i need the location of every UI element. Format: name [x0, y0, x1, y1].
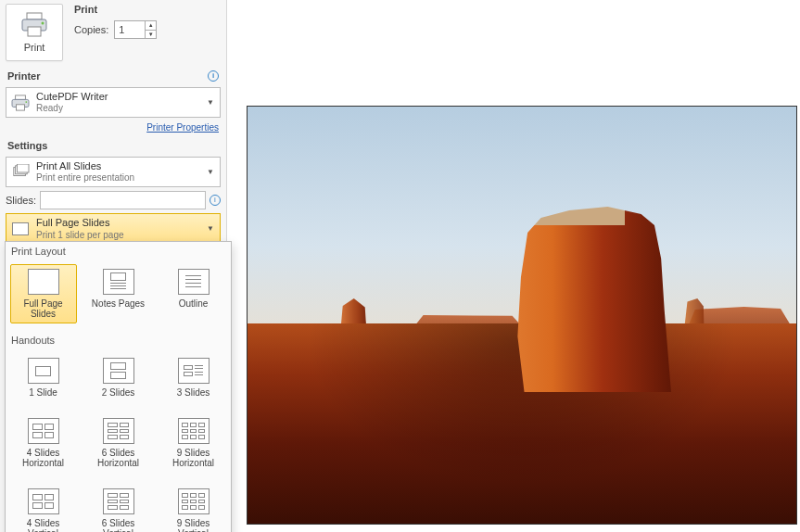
layout-item-label: 2 Slides — [102, 387, 135, 398]
layout-item-label: 6 Slides Vertical — [86, 518, 151, 532]
svg-rect-4 — [16, 95, 26, 99]
copies-value: 1 — [115, 21, 124, 38]
layout-item-label: Outline — [179, 298, 209, 309]
copies-up-button[interactable]: ▲ — [145, 21, 156, 31]
printer-heading-row: Printer i — [0, 65, 226, 85]
chevron-down-icon: ▼ — [205, 98, 216, 107]
handout-2-slides[interactable]: 2 Slides — [85, 353, 152, 402]
slides-label: Slides: — [6, 195, 36, 206]
layout-item-label: 9 Slides Horizontal — [161, 448, 226, 468]
printer-properties-row: Printer Properties — [0, 120, 226, 138]
copies-row: Copies: 1 ▲ ▼ — [74, 20, 157, 39]
layout-item-label: 4 Slides Vertical — [11, 518, 76, 532]
settings-heading-row: Settings — [0, 138, 226, 155]
layout-dropdown-panel: Print Layout Full Page Slides Notes Page… — [5, 241, 232, 532]
thumb-icon — [103, 358, 134, 384]
slides-range-row: Slides: i — [6, 191, 221, 209]
thumb-icon — [28, 418, 59, 444]
info-icon[interactable]: i — [210, 195, 221, 206]
printer-icon — [10, 93, 31, 113]
copies-label: Copies: — [74, 24, 108, 35]
handouts-heading: Handouts — [6, 331, 231, 349]
handout-6-vertical[interactable]: 6 Slides Vertical — [85, 484, 152, 532]
thumb-icon — [28, 488, 59, 514]
handout-9-horizontal[interactable]: 9 Slides Horizontal — [160, 413, 227, 473]
layout-item-label: 1 Slide — [29, 387, 57, 398]
print-button-label: Print — [24, 42, 45, 53]
print-preview — [247, 106, 797, 525]
thumb-icon — [28, 269, 59, 295]
info-icon[interactable]: i — [208, 70, 219, 82]
layout-notes-pages[interactable]: Notes Pages — [85, 264, 152, 323]
print-what-combo[interactable]: Print All Slides Print entire presentati… — [6, 157, 221, 187]
layout-combo[interactable]: Full Page Slides Print 1 slide per page … — [6, 213, 221, 244]
printer-combo-texts: CutePDF Writer Ready — [36, 91, 205, 114]
printer-status: Ready — [36, 103, 205, 114]
handout-4-vertical[interactable]: 4 Slides Vertical — [10, 484, 77, 532]
svg-point-3 — [42, 22, 44, 25]
handouts-row-3: 4 Slides Vertical 6 Slides Vertical 9 Sl… — [6, 480, 231, 532]
printer-icon — [19, 12, 49, 38]
svg-rect-0 — [27, 13, 42, 19]
thumb-icon — [103, 418, 134, 444]
thumb-icon — [103, 269, 134, 295]
thumb-icon — [178, 269, 210, 295]
thumb-icon — [178, 358, 210, 384]
copies-down-button[interactable]: ▼ — [145, 31, 156, 39]
print-title-copies: Print Copies: 1 ▲ ▼ — [74, 4, 157, 39]
layout-item-label: Notes Pages — [92, 298, 145, 309]
handout-9-vertical[interactable]: 9 Slides Vertical — [160, 484, 227, 532]
slides-stack-icon — [10, 162, 31, 183]
layout-subtitle: Print 1 slide per page — [36, 230, 205, 241]
layout-item-label: 6 Slides Horizontal — [86, 448, 151, 468]
thumb-icon — [28, 358, 59, 384]
layout-full-page-slides[interactable]: Full Page Slides — [10, 264, 77, 323]
page-icon — [10, 219, 31, 239]
handout-4-horizontal[interactable]: 4 Slides Horizontal — [10, 413, 77, 473]
handouts-row-1: 1 Slide 2 Slides 3 Slides — [6, 349, 231, 410]
print-layout-heading: Print Layout — [6, 242, 231, 260]
svg-point-7 — [25, 101, 27, 103]
layout-item-label: Full Page Slides — [11, 298, 76, 319]
svg-rect-6 — [17, 104, 25, 109]
chevron-down-icon: ▼ — [205, 224, 216, 233]
print-header-block: Print Print Copies: 1 ▲ ▼ — [0, 0, 226, 65]
copies-stepper[interactable]: 1 ▲ ▼ — [114, 20, 157, 39]
handouts-row-2: 4 Slides Horizontal 6 Slides Horizontal … — [6, 410, 231, 480]
print-section-title: Print — [74, 4, 157, 19]
chevron-down-icon: ▼ — [205, 168, 216, 176]
layout-title: Full Page Slides — [36, 217, 205, 229]
printer-properties-link[interactable]: Printer Properties — [146, 122, 219, 133]
handout-6-horizontal[interactable]: 6 Slides Horizontal — [85, 413, 152, 473]
print-layout-grid: Full Page Slides Notes Pages Outline — [6, 260, 231, 331]
handout-3-slides[interactable]: 3 Slides — [160, 353, 227, 402]
print-what-texts: Print All Slides Print entire presentati… — [36, 160, 205, 184]
layout-outline[interactable]: Outline — [160, 264, 227, 323]
slides-input[interactable] — [40, 191, 206, 209]
layout-item-label: 9 Slides Vertical — [161, 518, 226, 532]
layout-item-label: 3 Slides — [177, 387, 210, 398]
thumb-icon — [103, 488, 134, 514]
settings-heading: Settings — [7, 140, 47, 151]
print-what-subtitle: Print entire presentation — [36, 172, 205, 184]
printer-heading: Printer — [7, 70, 40, 82]
thumb-icon — [178, 488, 210, 514]
preview-butte-main — [511, 207, 678, 392]
thumb-icon — [178, 418, 210, 444]
printer-combo[interactable]: CutePDF Writer Ready ▼ — [6, 87, 221, 118]
layout-item-label: 4 Slides Horizontal — [11, 448, 76, 468]
svg-rect-10 — [17, 164, 29, 172]
handout-1-slide[interactable]: 1 Slide — [10, 353, 77, 402]
printer-name: CutePDF Writer — [36, 91, 205, 103]
svg-rect-2 — [28, 27, 41, 36]
print-what-title: Print All Slides — [36, 160, 205, 172]
layout-combo-texts: Full Page Slides Print 1 slide per page — [36, 217, 205, 240]
print-button[interactable]: Print — [6, 4, 63, 61]
